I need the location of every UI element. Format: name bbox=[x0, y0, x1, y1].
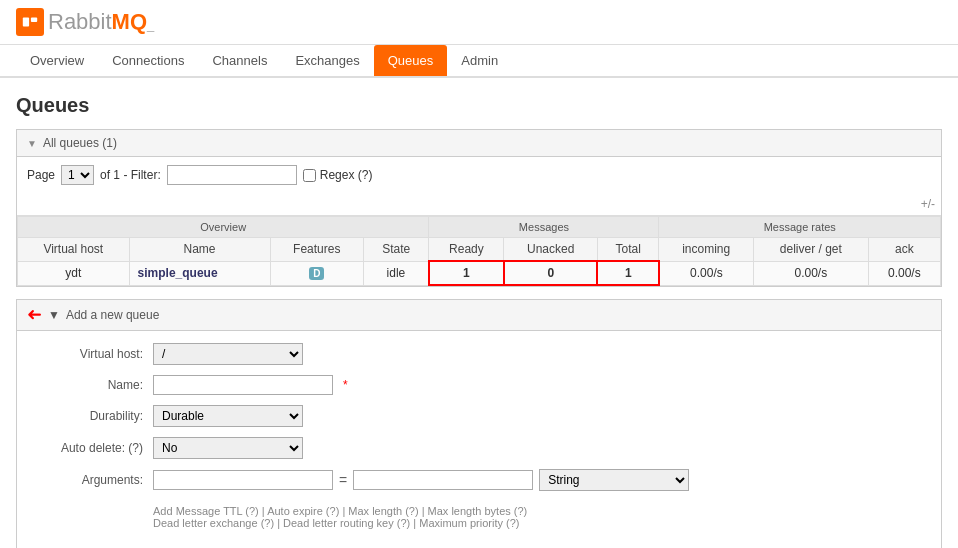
arguments-key-input[interactable] bbox=[153, 470, 333, 490]
hint-dead-letter-exchange[interactable]: Dead letter exchange (?) bbox=[153, 517, 274, 529]
logo-icon bbox=[16, 8, 44, 36]
required-star: * bbox=[343, 378, 348, 392]
cell-virtual-host: ydt bbox=[18, 261, 130, 285]
name-label: Name: bbox=[33, 378, 153, 392]
th-deliver-get: deliver / get bbox=[753, 238, 868, 262]
nav-admin[interactable]: Admin bbox=[447, 45, 512, 76]
virtual-host-row: Virtual host: / bbox=[33, 343, 925, 365]
page-label: Page bbox=[27, 168, 55, 182]
table-wrap: Overview Messages Message rates Virtual … bbox=[17, 216, 941, 286]
cell-deliver-get: 0.00/s bbox=[753, 261, 868, 285]
add-queue-collapse-icon: ▼ bbox=[48, 308, 60, 322]
queues-table-container: +/- Overview Messages Message rates Virt… bbox=[17, 193, 941, 286]
auto-delete-label: Auto delete: (?) bbox=[33, 441, 153, 455]
hint-links: Add Message TTL (?) | Auto expire (?) | … bbox=[153, 501, 925, 533]
regex-label[interactable]: Regex (?) bbox=[303, 168, 373, 182]
logo-text: RabbitMQ_ bbox=[48, 9, 154, 35]
name-input[interactable] bbox=[153, 375, 333, 395]
add-queue-header[interactable]: ➜ ▼ Add a new queue bbox=[17, 300, 941, 331]
red-arrow-icon: ➜ bbox=[27, 306, 42, 324]
virtual-host-label: Virtual host: bbox=[33, 347, 153, 361]
auto-delete-control: No Yes bbox=[153, 437, 303, 459]
hint-max-length[interactable]: Max length (?) bbox=[348, 505, 418, 517]
page-content: Queues ▼ All queues (1) Page 1 of 1 - Fi… bbox=[0, 78, 958, 548]
th-state: State bbox=[363, 238, 428, 262]
of-label: of 1 - Filter: bbox=[100, 168, 161, 182]
nav-connections[interactable]: Connections bbox=[98, 45, 198, 76]
collapse-icon: ▼ bbox=[27, 138, 37, 149]
all-queues-label: All queues (1) bbox=[43, 136, 117, 150]
hint-max-length-bytes[interactable]: Max length bytes (?) bbox=[428, 505, 528, 517]
nav-queues[interactable]: Queues bbox=[374, 45, 448, 76]
durability-label: Durability: bbox=[33, 409, 153, 423]
nav-overview[interactable]: Overview bbox=[16, 45, 98, 76]
hint-maximum-priority[interactable]: Maximum priority (?) bbox=[419, 517, 519, 529]
th-group-message-rates: Message rates bbox=[659, 217, 941, 238]
page-select[interactable]: 1 bbox=[61, 165, 94, 185]
page-title: Queues bbox=[16, 94, 942, 117]
nav-channels[interactable]: Channels bbox=[198, 45, 281, 76]
arguments-control: = String Number Boolean bbox=[153, 469, 689, 491]
th-ack: ack bbox=[868, 238, 940, 262]
cell-name[interactable]: simple_queue bbox=[129, 261, 270, 285]
th-incoming: incoming bbox=[659, 238, 753, 262]
add-queue-button-container: Add queue bbox=[153, 543, 925, 548]
arguments-type-select[interactable]: String Number Boolean bbox=[539, 469, 689, 491]
logo: RabbitMQ_ bbox=[16, 8, 154, 36]
th-group-overview: Overview bbox=[18, 217, 429, 238]
add-queue-arrow-container: ➜ bbox=[27, 306, 42, 324]
add-queue-label: Add a new queue bbox=[66, 308, 159, 322]
cell-state: idle bbox=[363, 261, 428, 285]
add-queue-section: ➜ ▼ Add a new queue Virtual host: / Name… bbox=[16, 299, 942, 548]
name-row: Name: * bbox=[33, 375, 925, 395]
th-group-messages: Messages bbox=[429, 217, 659, 238]
th-virtual-host: Virtual host bbox=[18, 238, 130, 262]
cell-unacked: 0 bbox=[504, 261, 598, 285]
pagination-bar: Page 1 of 1 - Filter: Regex (?) bbox=[17, 157, 941, 193]
svg-rect-1 bbox=[31, 18, 37, 23]
durability-control: Durable Transient bbox=[153, 405, 303, 427]
arguments-val-input[interactable] bbox=[353, 470, 533, 490]
nav-exchanges[interactable]: Exchanges bbox=[281, 45, 373, 76]
th-total: Total bbox=[597, 238, 659, 262]
hint-auto-expire[interactable]: Auto expire (?) bbox=[267, 505, 339, 517]
main-nav: Overview Connections Channels Exchanges … bbox=[0, 45, 958, 78]
auto-delete-select[interactable]: No Yes bbox=[153, 437, 303, 459]
arguments-label: Arguments: bbox=[33, 473, 153, 487]
th-features: Features bbox=[270, 238, 363, 262]
add-queue-form: Virtual host: / Name: * Durability: bbox=[17, 331, 941, 548]
all-queues-section: ▼ All queues (1) Page 1 of 1 - Filter: R… bbox=[16, 129, 942, 287]
cell-incoming: 0.00/s bbox=[659, 261, 753, 285]
table-plusminus[interactable]: +/- bbox=[17, 193, 941, 216]
queues-table: Overview Messages Message rates Virtual … bbox=[17, 216, 941, 286]
virtual-host-control: / bbox=[153, 343, 303, 365]
th-name: Name bbox=[129, 238, 270, 262]
name-control: * bbox=[153, 375, 348, 395]
arguments-row: Arguments: = String Number Boolean bbox=[33, 469, 925, 491]
virtual-host-select[interactable]: / bbox=[153, 343, 303, 365]
th-ready: Ready bbox=[429, 238, 504, 262]
durability-row: Durability: Durable Transient bbox=[33, 405, 925, 427]
durability-select[interactable]: Durable Transient bbox=[153, 405, 303, 427]
auto-delete-row: Auto delete: (?) No Yes bbox=[33, 437, 925, 459]
feature-badge: D bbox=[309, 267, 324, 280]
equals-sign: = bbox=[339, 472, 347, 488]
cell-total: 1 bbox=[597, 261, 659, 285]
th-unacked: Unacked bbox=[504, 238, 598, 262]
filter-input[interactable] bbox=[167, 165, 297, 185]
hint-message-ttl[interactable]: Message TTL (?) bbox=[176, 505, 259, 517]
table-row: ydt simple_queue D idle 1 0 1 0.00/s 0.0… bbox=[18, 261, 941, 285]
hint-dead-letter-routing-key[interactable]: Dead letter routing key (?) bbox=[283, 517, 410, 529]
regex-checkbox[interactable] bbox=[303, 169, 316, 182]
cell-ready: 1 bbox=[429, 261, 504, 285]
cell-features: D bbox=[270, 261, 363, 285]
cell-ack: 0.00/s bbox=[868, 261, 940, 285]
all-queues-header[interactable]: ▼ All queues (1) bbox=[17, 130, 941, 157]
svg-rect-0 bbox=[23, 18, 29, 27]
header: RabbitMQ_ bbox=[0, 0, 958, 45]
